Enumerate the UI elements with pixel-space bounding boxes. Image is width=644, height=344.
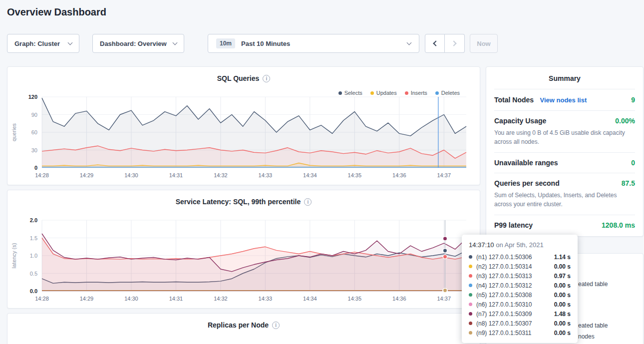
total-nodes-label: Total Nodes xyxy=(494,96,534,104)
chart-title: Service Latency: SQL, 99th percentile xyxy=(176,198,301,206)
time-range-badge: 10m xyxy=(216,38,235,48)
tooltip-row: (n9) 127.0.0.1:503110.00 s xyxy=(469,328,571,338)
svg-text:1.0: 1.0 xyxy=(30,253,37,259)
capacity-description: You are using 0 B of 4.5 GiB usable disk… xyxy=(494,128,635,146)
sql-queries-chart-panel: SQL Queries SelectsUpdatesInsertsDeletes… xyxy=(7,66,480,185)
svg-text:120: 120 xyxy=(28,94,37,100)
tooltip-date: on Apr 5th, 2021 xyxy=(496,241,543,249)
summary-panel: Summary Total Nodes View nodes list 9 Ca… xyxy=(486,66,644,237)
tooltip-row: (n8) 127.0.0.1:503070.00 s xyxy=(469,319,571,328)
svg-text:14:31: 14:31 xyxy=(169,172,183,178)
tooltip-node-value: 0.97 s xyxy=(554,273,571,280)
graph-dropdown[interactable]: Graph: Cluster xyxy=(7,34,79,53)
prev-time-button[interactable] xyxy=(425,34,445,53)
event-item[interactable]: eated table xyxy=(578,322,608,329)
sql-queries-chart[interactable]: 14:2814:2914:3014:3114:3214:3314:3414:35… xyxy=(8,92,479,182)
series-color-dot xyxy=(469,322,472,325)
svg-text:14:33: 14:33 xyxy=(259,296,273,302)
series-color-dot xyxy=(469,312,472,316)
svg-text:14:28: 14:28 xyxy=(35,172,49,178)
tooltip-node-label: (n1) 127.0.0.1:50306 xyxy=(476,254,550,261)
tooltip-node-value: 0.00 s xyxy=(554,292,571,299)
qps-value: 87.5 xyxy=(622,179,635,187)
svg-text:0.5: 0.5 xyxy=(30,271,37,277)
svg-text:0: 0 xyxy=(34,165,37,171)
unavailable-ranges-label: Unavailable ranges xyxy=(494,159,558,167)
unavailable-ranges-value: 0 xyxy=(631,159,635,167)
svg-text:14:37: 14:37 xyxy=(437,172,451,178)
svg-text:14:32: 14:32 xyxy=(214,296,228,302)
chart-title: SQL Queries xyxy=(217,74,260,82)
svg-text:14:30: 14:30 xyxy=(124,296,138,302)
summary-title: Summary xyxy=(494,67,635,89)
chart-hover-tooltip: 14:37:10 on Apr 5th, 2021 (n1) 127.0.0.1… xyxy=(462,235,578,343)
svg-text:14:36: 14:36 xyxy=(392,296,406,302)
svg-text:14:33: 14:33 xyxy=(259,172,273,178)
qps-description: Sum of Selects, Updates, Inserts, and De… xyxy=(494,191,635,209)
tooltip-row: (n5) 127.0.0.1:503080.00 s xyxy=(469,290,571,300)
tooltip-node-label: (n4) 127.0.0.1:50312 xyxy=(476,282,550,289)
svg-text:2.0: 2.0 xyxy=(30,217,37,223)
info-icon[interactable] xyxy=(263,75,270,82)
svg-text:14:34: 14:34 xyxy=(303,296,317,302)
svg-text:14:31: 14:31 xyxy=(169,296,183,302)
chart-title-row: Replicas per Node xyxy=(7,314,480,329)
svg-text:14:32: 14:32 xyxy=(214,172,228,178)
tooltip-row: (n6) 127.0.0.1:503100.00 s xyxy=(469,300,571,309)
tooltip-node-value: 0.00 s xyxy=(554,301,571,308)
info-icon[interactable] xyxy=(304,198,312,206)
svg-text:14:29: 14:29 xyxy=(80,172,94,178)
chevron-left-icon xyxy=(433,40,438,46)
event-item[interactable]: eated table xyxy=(578,281,608,288)
svg-text:30: 30 xyxy=(31,147,37,153)
svg-text:14:34: 14:34 xyxy=(303,172,317,178)
series-color-dot xyxy=(469,265,472,268)
time-nav-group xyxy=(425,34,465,53)
view-nodes-list-link[interactable]: View nodes list xyxy=(540,96,587,104)
svg-text:90: 90 xyxy=(31,112,37,118)
svg-text:queries: queries xyxy=(11,123,17,141)
summary-row-capacity: Capacity Usage 0.00% You are using 0 B o… xyxy=(494,110,635,152)
series-color-dot xyxy=(469,331,472,335)
replicas-per-node-chart-panel: Replicas per Node xyxy=(7,313,480,344)
series-color-dot xyxy=(469,274,472,278)
tooltip-row: (n1) 127.0.0.1:503061.14 s xyxy=(469,252,571,262)
service-latency-chart[interactable]: 14:2814:2914:3014:3114:3214:3314:3414:35… xyxy=(8,215,479,305)
time-range-label: Past 10 Minutes xyxy=(241,40,407,47)
time-range-dropdown[interactable]: 10m Past 10 Minutes xyxy=(208,34,419,53)
event-item[interactable]: nodes xyxy=(578,333,595,340)
summary-row-qps: Queries per second 87.5 Sum of Selects, … xyxy=(494,173,635,215)
graph-dropdown-label: Graph: Cluster xyxy=(14,40,60,47)
tooltip-node-value: 0.00 s xyxy=(554,320,571,327)
svg-text:14:35: 14:35 xyxy=(348,172,362,178)
info-icon[interactable] xyxy=(272,322,280,329)
series-color-dot xyxy=(469,293,472,297)
page-title: Overview Dashboard xyxy=(7,6,106,18)
tooltip-row: (n3) 127.0.0.1:503130.97 s xyxy=(469,271,571,281)
chevron-right-icon xyxy=(451,40,456,46)
dashboard-dropdown[interactable]: Dashboard: Overview xyxy=(92,34,184,53)
next-time-button[interactable] xyxy=(445,34,465,53)
tooltip-row: (n2) 127.0.0.1:503140.00 s xyxy=(469,262,571,271)
tooltip-node-label: (n2) 127.0.0.1:50314 xyxy=(476,263,550,270)
summary-row-p99-latency: P99 latency 1208.0 ms xyxy=(494,215,635,235)
tooltip-node-value: 0.00 s xyxy=(554,330,571,337)
dashboard-dropdown-label: Dashboard: Overview xyxy=(100,40,167,47)
series-color-dot xyxy=(469,303,472,306)
svg-text:14:30: 14:30 xyxy=(124,172,138,178)
service-latency-chart-panel: Service Latency: SQL, 99th percentile 14… xyxy=(7,190,480,309)
p99-latency-label: P99 latency xyxy=(494,221,533,229)
chart-title-row: Service Latency: SQL, 99th percentile xyxy=(7,190,480,206)
tooltip-node-value: 0.00 s xyxy=(554,263,571,270)
tooltip-node-value: 0.00 s xyxy=(554,282,571,289)
now-button[interactable]: Now xyxy=(470,34,498,53)
capacity-value: 0.00% xyxy=(615,117,635,125)
summary-row-total-nodes: Total Nodes View nodes list 9 xyxy=(494,89,635,110)
series-color-dot xyxy=(469,255,472,259)
p99-latency-value: 1208.0 ms xyxy=(602,221,635,229)
tooltip-node-label: (n3) 127.0.0.1:50313 xyxy=(476,273,550,280)
overview-dashboard-page: Overview Dashboard Graph: Cluster Dashbo… xyxy=(0,0,644,344)
chart-title: Replicas per Node xyxy=(208,321,269,329)
svg-text:0.0: 0.0 xyxy=(30,288,37,294)
tooltip-time: 14:37:10 xyxy=(469,241,494,249)
